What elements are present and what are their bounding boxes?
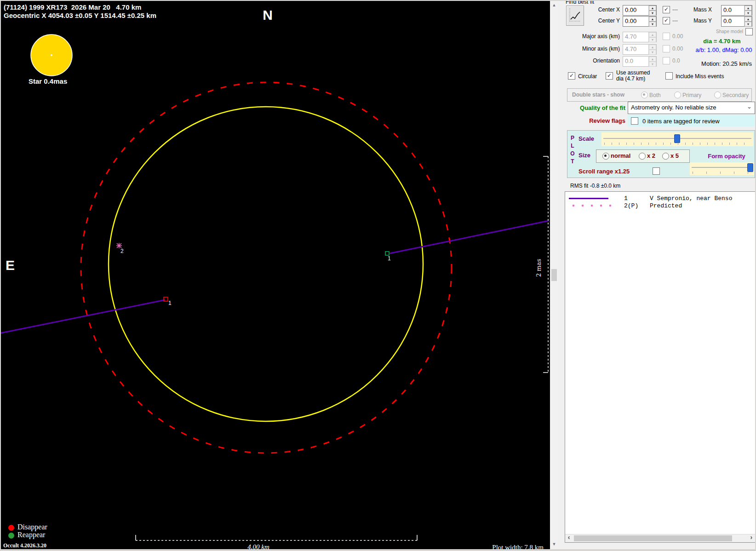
major-axis-spinner: 4.70 ▲▼ <box>623 32 657 42</box>
center-y-value[interactable]: 0.00 <box>623 17 648 26</box>
double-stars-secondary-label: Secondary <box>722 92 749 98</box>
spin-down-icon[interactable]: ▼ <box>649 22 656 27</box>
spin-up-icon[interactable]: ▲ <box>745 6 752 11</box>
reappear-dot-icon <box>8 533 14 539</box>
include-miss-checkbox[interactable] <box>665 72 673 80</box>
star-center-dot <box>51 54 52 56</box>
double-stars-primary-label: Primary <box>682 92 701 98</box>
dia-readout: dia = 4.70 km <box>696 38 748 45</box>
scroll-right-icon[interactable]: › <box>750 534 753 541</box>
vertical-scrollbar-thumb[interactable] <box>551 269 557 281</box>
scroll-range-checkbox[interactable] <box>653 167 660 175</box>
review-flags-text: 0 items are tagged for review <box>642 118 720 125</box>
spin-up-icon[interactable]: ▲ <box>649 17 656 22</box>
orientation-aux: 0.0 <box>672 57 680 64</box>
predicted-swatch-icon <box>569 204 611 207</box>
list-item[interactable]: 1 V Sempronio, near Benso <box>565 195 755 202</box>
double-stars-title: Double stars - show <box>572 92 624 98</box>
rms-fit-readout: RMS fit -0.8 ±0.0 km <box>570 183 620 189</box>
double-stars-groupbox: Double stars - show Both Primary Seconda… <box>567 88 752 102</box>
observation-id: 1 <box>624 195 628 202</box>
plot-letters: P L O T <box>569 134 576 166</box>
list-horizontal-scrollbar[interactable]: ‹ › <box>565 534 755 542</box>
plot-area: (71124) 1999 XR173 2026 Mar 20 4.70 km G… <box>1 1 550 549</box>
use-assumed-dia-checkbox[interactable]: ✓ <box>606 72 613 80</box>
review-flags-checkbox[interactable] <box>631 117 638 125</box>
star-size-label: Star 0.4mas <box>29 77 67 85</box>
fit-panel: Find best fit Center X 0.00 ▲▼ ✓ --- Mas… <box>558 1 755 549</box>
scroll-up-icon[interactable]: ▲ <box>550 3 558 7</box>
form-opacity-groove <box>692 167 752 168</box>
scale-slider-ticks <box>604 143 750 145</box>
scale-bar-label: 4.00 km <box>226 543 291 549</box>
version-label: Occult 4.2026.3.20 <box>3 542 46 549</box>
radio-dot-icon <box>643 93 645 96</box>
major-axis-label: Major axis (km) <box>558 33 620 40</box>
spin-down-icon: ▼ <box>649 37 656 42</box>
spin-down-icon[interactable]: ▼ <box>745 22 752 27</box>
double-stars-radio-primary <box>674 92 681 98</box>
scale-slider-thumb[interactable] <box>674 134 680 143</box>
radio-dot-icon <box>604 155 607 157</box>
mass-y-spinner[interactable]: 0.0 ▲▼ <box>721 16 752 27</box>
spin-up-icon[interactable]: ▲ <box>649 6 656 11</box>
spin-up-icon: ▲ <box>649 45 656 50</box>
mass-x-spinner[interactable]: 0.0 ▲▼ <box>721 5 752 16</box>
circular-checkbox[interactable]: ✓ <box>568 72 575 80</box>
check-icon: ✓ <box>664 6 669 12</box>
size-radio-normal[interactable] <box>602 153 609 160</box>
scale-label: Scale <box>578 135 594 142</box>
mass-x-value[interactable]: 0.0 <box>722 6 744 15</box>
panel-vertical-scrollbar[interactable]: ▲ ▼ <box>550 1 559 549</box>
center-x-spinner[interactable]: 0.00 ▲▼ <box>623 5 657 16</box>
mas-bracket-label-wrap: 2 mas <box>535 252 544 284</box>
spin-up-icon[interactable]: ▲ <box>745 17 752 22</box>
dropdown-chevron-icon[interactable]: ⌄ <box>747 103 752 110</box>
east-label: E <box>6 258 15 273</box>
shape-model-label: Shape model <box>708 29 743 34</box>
quality-label: Quality of the fit <box>558 104 625 111</box>
size-x5-label: x 5 <box>670 152 679 159</box>
plot-width-label: Plot width: 7.8 km <box>470 544 544 549</box>
double-stars-both-label: Both <box>649 92 661 98</box>
check-icon: ✓ <box>569 72 574 79</box>
chord-swatch-icon <box>569 198 608 199</box>
quality-value: Astrometry only. No reliable size <box>631 104 716 111</box>
observation-name: Predicted <box>650 202 682 209</box>
size-radio-x2[interactable] <box>639 153 646 160</box>
disappear-dot-icon <box>8 525 14 531</box>
check-icon: ✓ <box>664 17 669 23</box>
chord-label-disappear: 1 <box>168 300 172 306</box>
center-x-value[interactable]: 0.00 <box>623 6 648 15</box>
spin-down-icon: ▼ <box>649 50 656 55</box>
minor-axis-checkbox <box>663 45 670 52</box>
spin-up-icon: ▲ <box>649 32 656 37</box>
size-label: Size <box>578 152 590 159</box>
scroll-left-icon[interactable]: ‹ <box>567 534 571 541</box>
uncertainty-circle <box>81 82 452 453</box>
observation-id: 2(P) <box>624 202 638 209</box>
horizontal-scrollbar-thumb[interactable] <box>574 535 732 541</box>
form-opacity-slider[interactable] <box>690 162 754 175</box>
plot-title: (71124) 1999 XR173 2026 Mar 20 4.70 km <box>4 3 141 11</box>
shape-model-checkbox[interactable] <box>745 28 753 35</box>
orientation-spinner: 0.0 ▲▼ <box>623 56 657 67</box>
major-axis-checkbox <box>663 33 670 40</box>
spin-down-icon[interactable]: ▼ <box>745 11 752 16</box>
orientation-checkbox <box>663 57 670 64</box>
list-item[interactable]: 2(P) Predicted <box>565 202 755 209</box>
predicted-label: 2 <box>120 248 124 254</box>
observations-list[interactable]: 1 V Sempronio, near Benso 2(P) Predicted… <box>565 191 755 543</box>
size-radio-x5[interactable] <box>662 153 669 160</box>
spin-down-icon[interactable]: ▼ <box>649 11 656 16</box>
mass-y-value[interactable]: 0.0 <box>722 17 744 26</box>
major-axis-value: 4.70 <box>623 32 648 42</box>
reappear-legend-label: Reappear <box>17 531 45 539</box>
quality-dropdown[interactable]: Astrometry only. No reliable size ⌄ <box>628 102 755 114</box>
chord-segment-pre-disappear <box>1 300 165 333</box>
scale-slider[interactable] <box>601 132 753 146</box>
form-opacity-thumb[interactable] <box>747 163 753 172</box>
plot-subtitle: Geocentric X 4054.03 ±0.05 Y 1514.45 ±0.… <box>4 11 156 19</box>
scroll-down-icon[interactable]: ▼ <box>550 542 558 546</box>
center-y-spinner[interactable]: 0.00 ▲▼ <box>623 16 657 27</box>
